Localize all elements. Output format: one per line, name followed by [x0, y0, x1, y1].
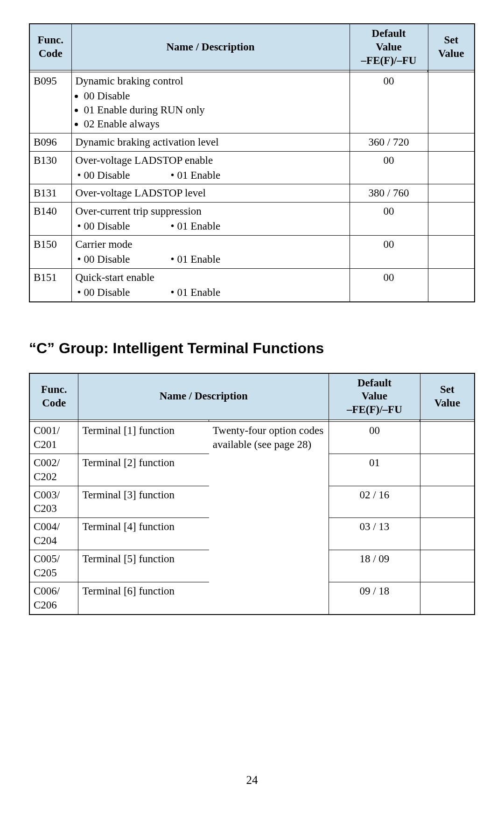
table-row: B150Carrier mode00 Disable01 Enable00: [29, 236, 475, 269]
col-header-set-value: Set Value: [420, 373, 475, 420]
description-cell: Carrier mode00 Disable01 Enable: [71, 236, 350, 269]
default-value-cell: 00: [329, 421, 420, 454]
description-cell: Dynamic braking activation level: [71, 133, 350, 151]
header-text: Default: [372, 28, 406, 39]
header-text: Set: [444, 34, 458, 46]
header-text: Default: [357, 377, 392, 389]
table-row: B130Over-voltage LADSTOP enable00 Disabl…: [29, 151, 475, 184]
parameter-name: Dynamic braking activation level: [76, 136, 219, 148]
func-code-cell: C006/ C206: [29, 582, 78, 614]
option-bullet: 00 Disable: [76, 286, 169, 300]
parameter-table-b: Func. Code Name / Description Default Va…: [29, 23, 475, 302]
table-row: B095Dynamic braking control00 Disable01 …: [29, 72, 475, 133]
description-cell: Over-voltage LADSTOP enable00 Disable01 …: [71, 151, 350, 184]
default-value-cell: 00: [350, 203, 428, 236]
func-code-cell: C004/ C204: [29, 518, 78, 550]
description-cell: Over-voltage LADSTOP level: [71, 184, 350, 203]
col-header-name-desc: Name / Description: [78, 373, 329, 420]
set-value-cell: [420, 518, 475, 550]
set-value-cell: [420, 486, 475, 518]
set-value-cell: [428, 203, 475, 236]
header-text: Value: [434, 397, 460, 409]
default-value-cell: 00: [350, 268, 428, 301]
default-value-cell: 09 / 18: [329, 582, 420, 614]
description-cell: Quick-start enable00 Disable01 Enable: [71, 268, 350, 301]
header-text: Name / Description: [160, 390, 248, 402]
set-value-cell: [420, 582, 475, 614]
description-cell: Dynamic braking control00 Disable01 Enab…: [71, 72, 350, 133]
section-heading: “C” Group: Intelligent Terminal Function…: [29, 340, 475, 357]
option-bullet: 01 Enable: [169, 219, 262, 233]
header-text: Set: [440, 384, 455, 395]
set-value-cell: [428, 151, 475, 184]
func-code-cell: B151: [29, 268, 71, 301]
func-code-cell: B130: [29, 151, 71, 184]
table-row: B096Dynamic braking activation level360 …: [29, 133, 475, 151]
default-value-cell: 18 / 09: [329, 550, 420, 582]
set-value-cell: [420, 550, 475, 582]
col-header-name-desc: Name / Description: [71, 24, 350, 70]
description-cell: Over-current trip suppression00 Disable0…: [71, 203, 350, 236]
default-value-cell: 01: [329, 454, 420, 486]
option-bullet: 00 Disable: [76, 219, 169, 233]
header-text: Func.: [41, 384, 67, 395]
parameter-table-c: Func. Code Name / Description Default Va…: [29, 373, 475, 615]
header-text: Value: [362, 390, 387, 402]
option-bullet: 01 Enable: [169, 286, 262, 300]
default-value-cell: 380 / 760: [350, 184, 428, 203]
option-bullet: 02 Enable always: [84, 117, 346, 131]
func-code-cell: B096: [29, 133, 71, 151]
set-value-cell: [428, 133, 475, 151]
shared-option-note: Twenty-four option codes available (see …: [209, 421, 329, 614]
col-header-func-code: Func. Code: [29, 24, 71, 70]
parameter-name: Over-voltage LADSTOP level: [76, 187, 206, 199]
option-bullet: 01 Enable during RUN only: [84, 103, 346, 117]
parameter-name-cell: Terminal [2] function: [78, 454, 209, 486]
set-value-cell: [420, 421, 475, 454]
parameter-name: Over-current trip suppression: [76, 205, 202, 217]
func-code-cell: C002/ C202: [29, 454, 78, 486]
set-value-cell: [428, 72, 475, 133]
func-code-cell: B150: [29, 236, 71, 269]
func-code-cell: B131: [29, 184, 71, 203]
parameter-name: Quick-start enable: [76, 272, 154, 283]
header-text: –FE(F)/–FU: [347, 404, 402, 415]
option-bullet: 00 Disable: [76, 252, 169, 266]
col-header-set-value: Set Value: [428, 24, 475, 70]
header-text: Func.: [37, 34, 63, 46]
header-text: Code: [42, 397, 66, 409]
default-value-cell: 00: [350, 72, 428, 133]
default-value-cell: 03 / 13: [329, 518, 420, 550]
option-bullet: 01 Enable: [169, 252, 262, 266]
parameter-name-cell: Terminal [1] function: [78, 421, 209, 454]
set-value-cell: [428, 236, 475, 269]
header-text: Name / Description: [166, 41, 254, 53]
col-header-default: Default Value –FE(F)/–FU: [329, 373, 420, 420]
func-code-cell: B095: [29, 72, 71, 133]
func-code-cell: C001/ C201: [29, 421, 78, 454]
func-code-cell: B140: [29, 203, 71, 236]
default-value-cell: 00: [350, 236, 428, 269]
default-value-cell: 00: [350, 151, 428, 184]
header-text: Code: [39, 48, 63, 59]
table-row: C001/ C201Terminal [1] functionTwenty-fo…: [29, 421, 475, 454]
option-bullet: 00 Disable: [84, 89, 346, 103]
col-header-default: Default Value –FE(F)/–FU: [350, 24, 428, 70]
table-row: B131Over-voltage LADSTOP level380 / 760: [29, 184, 475, 203]
parameter-name: Dynamic braking control: [76, 75, 183, 87]
option-bullet: 00 Disable: [76, 168, 169, 182]
table-row: B151Quick-start enable00 Disable01 Enabl…: [29, 268, 475, 301]
set-value-cell: [420, 454, 475, 486]
func-code-cell: C003/ C203: [29, 486, 78, 518]
default-value-cell: 360 / 720: [350, 133, 428, 151]
header-text: Value: [438, 48, 464, 59]
header-text: –FE(F)/–FU: [361, 55, 417, 66]
set-value-cell: [428, 184, 475, 203]
table-row: B140Over-current trip suppression00 Disa…: [29, 203, 475, 236]
col-header-func-code: Func. Code: [29, 373, 78, 420]
option-bullet: 01 Enable: [169, 168, 262, 182]
parameter-name-cell: Terminal [5] function: [78, 550, 209, 582]
header-text: Value: [376, 41, 401, 53]
parameter-name-cell: Terminal [4] function: [78, 518, 209, 550]
page-number: 24: [29, 774, 475, 787]
